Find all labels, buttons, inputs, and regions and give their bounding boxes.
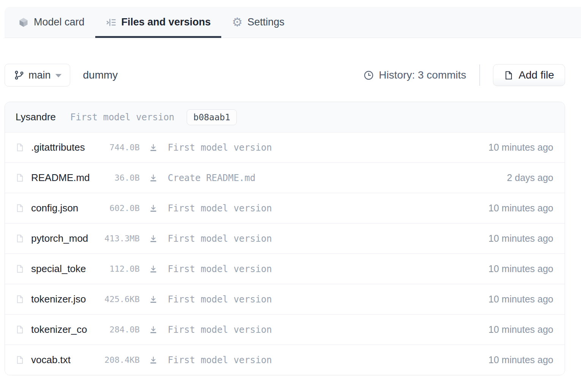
tab-label: Settings [247,16,285,28]
latest-commit-header: Lysandre First model version b08aab1 [5,102,565,132]
file-icon [16,325,24,334]
file-row: config.json 602.0B First model version 1… [5,193,565,223]
cube-icon [18,17,29,28]
download-icon[interactable] [149,264,158,274]
file-commit-date: 10 minutes ago [488,354,553,365]
file-icon [504,71,513,80]
file-size: 602.0B [99,203,140,213]
history-link[interactable]: History: 3 commits [364,69,466,81]
gear-icon: ⚙ [232,16,242,28]
file-size: 425.6KB [99,294,140,304]
versions-list-icon [106,17,117,28]
file-name[interactable]: vocab.txt [31,354,99,366]
download-icon[interactable] [149,325,158,334]
git-branch-icon [14,70,24,80]
file-icon [16,173,24,182]
add-file-label: Add file [519,69,554,81]
file-row: vocab.txt 208.4KB First model version 10… [5,345,565,375]
file-commit-date: 2 days ago [507,172,553,183]
file-commit-message[interactable]: Create README.md [168,173,499,183]
branch-selector[interactable]: main [5,64,70,87]
repo-toolbar: main dummy History: 3 commits Add file [5,64,565,87]
file-name[interactable]: config.json [31,202,99,214]
file-size: 208.4KB [99,355,140,365]
file-commit-message[interactable]: First model version [168,355,481,365]
download-icon[interactable] [149,204,158,213]
add-file-button[interactable]: Add file [493,64,565,86]
tab-settings[interactable]: ⚙ Settings [221,7,295,38]
file-commit-message[interactable]: First model version [168,142,481,153]
file-commit-message[interactable]: First model version [168,324,481,335]
commit-hash-badge[interactable]: b08aab1 [187,109,237,125]
file-size: 112.0B [99,264,140,274]
file-row: README.md 36.0B Create README.md 2 days … [5,162,565,193]
file-row: .gitattributes 744.0B First model versio… [5,132,565,162]
file-icon [16,295,24,304]
file-commit-message[interactable]: First model version [168,203,481,214]
tab-label: Files and versions [121,16,211,28]
tab-model-card[interactable]: Model card [8,7,95,38]
file-name[interactable]: .gitattributes [31,142,99,153]
file-commit-date: 10 minutes ago [488,294,553,305]
file-commit-message[interactable]: First model version [168,233,481,244]
download-icon[interactable] [149,295,158,304]
download-icon[interactable] [149,173,158,183]
tab-files-and-versions[interactable]: Files and versions [95,7,222,38]
download-icon[interactable] [149,143,158,152]
clock-icon [364,70,374,80]
file-icon [16,264,24,273]
file-row: special_toke 112.0B First model version … [5,253,565,284]
file-name[interactable]: tokenizer.jso [31,293,99,305]
file-size: 36.0B [99,173,140,183]
file-name[interactable]: special_toke [31,263,99,275]
file-icon [16,143,24,152]
file-list: .gitattributes 744.0B First model versio… [5,132,565,375]
file-icon [16,356,24,364]
file-commit-message[interactable]: First model version [168,264,481,274]
tab-label: Model card [34,16,85,28]
download-icon[interactable] [149,234,158,243]
download-icon[interactable] [149,356,158,365]
file-icon [16,234,24,243]
file-size: 413.3MB [99,234,140,243]
file-commit-date: 10 minutes ago [488,263,553,274]
history-label: History: 3 commits [379,69,466,81]
file-row: tokenizer.jso 425.6KB First model versio… [5,284,565,314]
file-icon [16,204,24,213]
repo-name: dummy [83,69,118,81]
branch-name: main [28,69,51,81]
file-commit-date: 10 minutes ago [488,324,553,335]
file-commit-date: 10 minutes ago [488,203,553,214]
file-name[interactable]: tokenizer_co [31,324,99,335]
file-commit-date: 10 minutes ago [488,233,553,244]
file-size: 744.0B [99,143,140,152]
file-row: tokenizer_co 284.0B First model version … [5,314,565,345]
file-commit-date: 10 minutes ago [488,142,553,153]
commit-message[interactable]: First model version [70,112,175,123]
file-row: pytorch_mod 413.3MB First model version … [5,223,565,253]
repo-tabbar: Model card Files and versions ⚙ Settings [5,7,581,38]
file-size: 284.0B [99,325,140,334]
file-commit-message[interactable]: First model version [168,294,481,305]
file-name[interactable]: README.md [31,172,99,184]
file-name[interactable]: pytorch_mod [31,233,99,244]
chevron-down-icon [55,74,61,77]
toolbar-divider [479,65,480,86]
files-card: Lysandre First model version b08aab1 .gi… [5,102,565,375]
commit-author[interactable]: Lysandre [16,111,56,123]
